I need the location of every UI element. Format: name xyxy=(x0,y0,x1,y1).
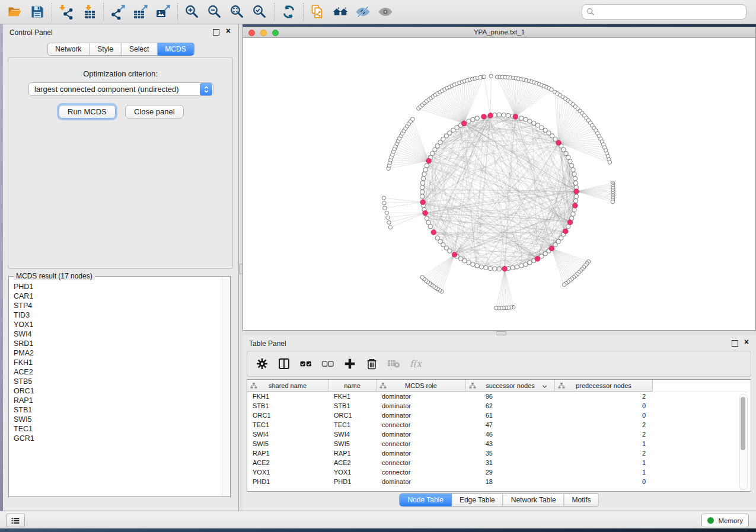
table-cell[interactable]: 1 xyxy=(555,467,653,477)
zoom-in-button[interactable] xyxy=(181,2,203,22)
network-window-titlebar[interactable]: YPA_prune.txt_1 xyxy=(243,27,755,38)
table-cell[interactable]: ORC1 xyxy=(247,411,328,420)
scrollbar-thumb[interactable] xyxy=(741,397,745,450)
export-image-button[interactable] xyxy=(152,2,174,22)
table-cell[interactable]: 29 xyxy=(466,467,555,477)
column-header-predecessor-nodes[interactable]: predecessor nodes xyxy=(555,380,653,392)
export-table-button[interactable] xyxy=(129,2,152,22)
mcds-result-item[interactable]: SWI5 xyxy=(14,415,222,424)
table-row[interactable]: TEC1TEC1connector472 xyxy=(247,420,751,430)
mcds-result-item[interactable]: CAR1 xyxy=(14,291,222,301)
search-input[interactable] xyxy=(598,7,742,17)
table-cell[interactable]: SWI4 xyxy=(328,430,377,439)
mcds-result-item[interactable]: YOX1 xyxy=(14,320,222,329)
table-row[interactable]: ACE2ACE2connector311 xyxy=(247,458,751,467)
clear-selection-button[interactable] xyxy=(321,357,334,370)
table-cell[interactable]: YOX1 xyxy=(328,467,377,477)
tab-select[interactable]: Select xyxy=(122,43,157,56)
table-cell[interactable]: FKH1 xyxy=(247,392,328,401)
add-button[interactable] xyxy=(343,357,356,370)
table-row[interactable]: SWI5SWI5connector431 xyxy=(247,439,751,448)
table-row[interactable]: PHD1PHD1dominator180 xyxy=(247,477,751,486)
table-cell[interactable]: 2 xyxy=(555,430,653,439)
mcds-result-item[interactable]: STB5 xyxy=(14,377,222,386)
table-cell[interactable]: 0 xyxy=(555,401,653,411)
tab-node-table[interactable]: Node Table xyxy=(399,493,452,507)
close-panel-icon[interactable]: × xyxy=(744,337,749,347)
table-row[interactable]: ORC1ORC1dominator610 xyxy=(247,411,751,420)
mcds-result-item[interactable]: FKH1 xyxy=(14,358,222,367)
tab-network[interactable]: Network xyxy=(47,43,90,56)
table-cell[interactable]: 47 xyxy=(466,420,555,430)
optimization-criterion-select[interactable]: largest connected component (undirected) xyxy=(28,82,213,96)
zoom-out-button[interactable] xyxy=(203,2,226,22)
show-eye-button[interactable] xyxy=(374,2,397,22)
tab-mcds[interactable]: MCDS xyxy=(157,43,194,56)
show-panels-button[interactable] xyxy=(6,514,25,527)
table-scrollbar[interactable] xyxy=(739,394,748,490)
table-cell[interactable]: TEC1 xyxy=(328,420,377,430)
table-cell[interactable]: 2 xyxy=(555,392,653,401)
table-row[interactable]: YOX1YOX1connector291 xyxy=(247,467,751,477)
table-cell[interactable]: connector xyxy=(377,420,466,430)
delete-button[interactable] xyxy=(365,357,378,370)
table-cell[interactable]: 96 xyxy=(466,392,555,401)
memory-button[interactable]: Memory xyxy=(701,514,749,527)
table-cell[interactable]: dominator xyxy=(377,477,466,486)
mcds-result-item[interactable]: RAP1 xyxy=(14,396,222,405)
houses-button[interactable] xyxy=(329,2,352,22)
table-cell[interactable]: dominator xyxy=(377,401,466,411)
hide-eye-button[interactable] xyxy=(352,2,374,22)
table-cell[interactable]: connector xyxy=(377,458,466,467)
clone-network-button[interactable] xyxy=(307,2,329,22)
zoom-fit-button[interactable] xyxy=(226,2,248,22)
table-cell[interactable]: dominator xyxy=(377,411,466,420)
float-panel-icon[interactable] xyxy=(732,340,738,347)
tab-edge-table[interactable]: Edge Table xyxy=(452,493,503,507)
table-cell[interactable]: STB1 xyxy=(328,401,377,411)
table-cell[interactable]: SWI5 xyxy=(247,439,328,448)
table-cell[interactable]: PHD1 xyxy=(328,477,377,486)
splitter-grip[interactable] xyxy=(496,331,506,335)
table-cell[interactable]: 1 xyxy=(555,458,653,467)
mcds-result-item[interactable]: STB1 xyxy=(14,405,222,415)
open-session-button[interactable] xyxy=(4,2,26,22)
close-panel-button[interactable]: Close panel xyxy=(125,105,184,118)
columns-button[interactable] xyxy=(277,357,291,370)
mcds-result-item[interactable]: PHD1 xyxy=(14,282,222,291)
table-row[interactable]: RAP1RAP1dominator352 xyxy=(247,448,751,458)
table-cell[interactable]: STB1 xyxy=(247,401,328,411)
column-header-shared-name[interactable]: shared name xyxy=(247,380,328,392)
mcds-result-item[interactable]: STP4 xyxy=(14,301,222,310)
tab-style[interactable]: Style xyxy=(90,43,122,56)
close-panel-icon[interactable]: × xyxy=(226,26,231,36)
table-cell[interactable]: TEC1 xyxy=(247,420,328,430)
column-header-name[interactable]: name xyxy=(328,380,377,392)
refresh-button[interactable] xyxy=(277,2,300,22)
table-cell[interactable]: FKH1 xyxy=(328,392,377,401)
table-cell[interactable]: 2 xyxy=(555,420,653,430)
table-cell[interactable]: dominator xyxy=(377,430,466,439)
table-cell[interactable]: connector xyxy=(377,467,466,477)
table-cell[interactable]: 0 xyxy=(555,477,653,486)
save-session-button[interactable] xyxy=(26,2,49,22)
run-mcds-button[interactable]: Run MCDS xyxy=(59,105,116,118)
table-cell[interactable]: 31 xyxy=(466,458,555,467)
table-row[interactable]: FKH1FKH1dominator962 xyxy=(247,392,751,401)
table-cell[interactable]: 62 xyxy=(466,401,555,411)
delete-table-button[interactable] xyxy=(387,357,400,370)
table-cell[interactable]: dominator xyxy=(377,392,466,401)
float-panel-icon[interactable] xyxy=(213,29,219,36)
mcds-result-item[interactable]: SRD1 xyxy=(14,339,222,348)
zoom-selected-button[interactable] xyxy=(248,2,271,22)
horizontal-splitter[interactable] xyxy=(243,331,756,335)
mcds-result-item[interactable]: PMA2 xyxy=(14,348,222,358)
fx-button[interactable]: f(x) xyxy=(409,357,422,370)
table-cell[interactable]: dominator xyxy=(377,448,466,458)
table-cell[interactable]: 2 xyxy=(555,448,653,458)
table-cell[interactable]: 46 xyxy=(466,430,555,439)
table-cell[interactable]: ACE2 xyxy=(328,458,377,467)
table-cell[interactable]: SWI5 xyxy=(328,439,377,448)
tab-motifs[interactable]: Motifs xyxy=(564,493,599,507)
mcds-result-item[interactable]: TID3 xyxy=(14,310,222,320)
